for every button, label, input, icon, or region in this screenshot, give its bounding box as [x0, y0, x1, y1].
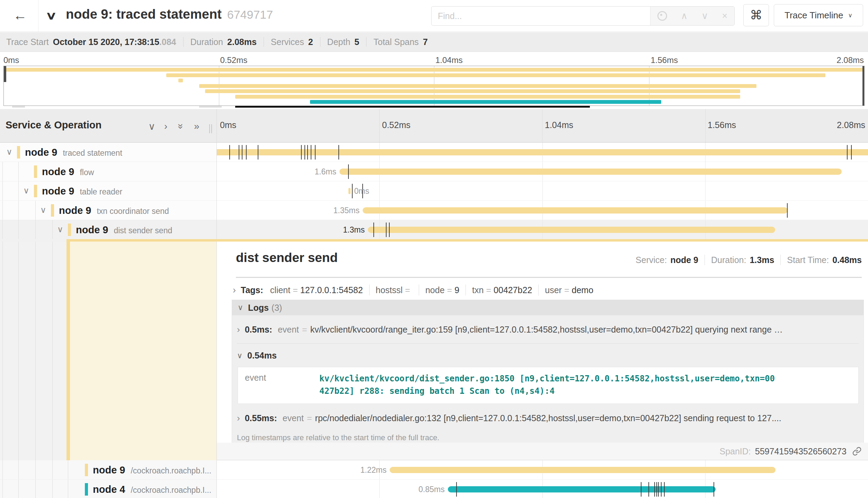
service-name: node 9	[93, 464, 125, 475]
find-input[interactable]	[432, 7, 650, 25]
log-message: kv/kvclient/kvcoord/range_iter.go:159 [n…	[310, 325, 783, 335]
span-duration-bar[interactable]	[216, 149, 868, 155]
span-row-timeline-cell[interactable]: 1.6ms	[216, 162, 868, 181]
span-row-name-cell[interactable]: node 9/cockroach.roachpb.I...	[0, 460, 216, 480]
operation-name: /cockroach.roachpb.I...	[131, 485, 211, 494]
expand-all-icon[interactable]: »	[194, 121, 200, 132]
grid-line	[542, 109, 542, 142]
service-meta-value: node 9	[670, 255, 698, 265]
minimap-left-scrubber[interactable]	[4, 66, 6, 82]
expand-one-icon[interactable]: ›	[164, 121, 167, 132]
span-row-name-cell[interactable]: ∨node 9table reader	[0, 181, 216, 201]
span-row-timeline-cell[interactable]	[216, 143, 868, 162]
equals-sign: =	[293, 285, 298, 295]
span-id-row: SpanID: 5597415943526560273	[217, 443, 868, 460]
span-row-name-cell[interactable]: ∨node 9traced statement	[0, 143, 216, 162]
indent-guide	[2, 220, 3, 239]
operation-name: txn coordinator send	[97, 206, 169, 215]
summary-divider	[264, 37, 264, 47]
indent-guide	[35, 460, 36, 479]
collapse-all-icon[interactable]: »	[178, 121, 184, 132]
log-marker-tick	[658, 482, 659, 497]
span-row-name-cell[interactable]: ∨node 9txn coordinator send	[0, 201, 216, 220]
trace-start-value: October 15 2020, 17:38:15	[53, 37, 159, 47]
log-entry[interactable]: › 0.5ms: event = kv/kvclient/kvcoord/ran…	[237, 324, 859, 335]
collapse-one-icon[interactable]: ∨	[148, 121, 156, 132]
span-row-name-cell[interactable]: node 9flow	[0, 162, 216, 181]
span-row-timeline-cell[interactable]: 0.85ms	[216, 480, 868, 498]
minimap-scroll-indicator[interactable]	[235, 106, 590, 108]
span-row[interactable]: ∨node 9dist sender send1.3ms	[0, 220, 868, 239]
copy-link-icon[interactable]	[852, 446, 862, 456]
service-operation-column-title: Service & Operation	[6, 119, 101, 131]
log-timestamp: 0.54ms	[247, 351, 277, 361]
span-row-label: node 9flow	[42, 166, 94, 177]
span-row-timeline-cell[interactable]: 1.22ms	[216, 460, 868, 480]
detail-strip-gap	[0, 239, 67, 242]
log-entry[interactable]: › 0.55ms: event = rpc/nodedialer/nodedia…	[237, 413, 859, 424]
operation-name: table reader	[80, 187, 122, 196]
span-row[interactable]: node 4/cockroach.roachpb.I...0.85ms	[0, 480, 868, 498]
log-timestamp: 0.5ms:	[245, 325, 272, 335]
span-duration-label: 1.3ms	[343, 225, 365, 234]
span-row[interactable]: ∨node 9traced statement	[0, 143, 868, 162]
tag-key: hostssl	[376, 285, 403, 295]
span-row-name-cell[interactable]: ∨node 9dist sender send	[0, 220, 216, 239]
services-value: 2	[308, 37, 313, 47]
span-row[interactable]: ∨node 9table reader0ms	[0, 181, 868, 201]
trace-title: node 9: traced statement	[66, 7, 222, 21]
service-color-bar	[34, 185, 37, 197]
back-arrow-icon[interactable]: ←	[10, 6, 30, 25]
indent-guide	[18, 460, 19, 479]
column-resize-handle[interactable]	[209, 124, 213, 135]
keyboard-shortcuts-button[interactable]: ⌘	[743, 4, 769, 26]
find-prev-icon[interactable]: ∧	[681, 10, 688, 21]
span-duration-bar[interactable]	[448, 486, 716, 492]
view-selector-button[interactable]: Trace Timeline ∨	[774, 4, 863, 26]
span-duration-bar[interactable]	[348, 188, 351, 194]
top-bar: ← ∨ node 9: traced statement6749717 ∧ ∨ …	[0, 0, 868, 32]
span-duration-bar[interactable]	[339, 169, 842, 175]
log-marker-tick	[664, 482, 665, 497]
chevron-down-icon: ∨	[238, 303, 243, 312]
span-row-timeline-cell[interactable]: 0ms	[216, 181, 868, 201]
minimap-handle-foot	[199, 106, 222, 108]
span-row-timeline-cell[interactable]: 1.35ms	[216, 201, 868, 220]
span-duration-bar[interactable]	[390, 467, 776, 473]
trace-viewer: ← ∨ node 9: traced statement6749717 ∧ ∨ …	[0, 0, 868, 498]
timeline-tick-0: 0ms	[220, 120, 236, 130]
expand-collapse-chevron-icon[interactable]: ∨	[57, 225, 63, 234]
minimap-canvas[interactable]	[3, 66, 865, 106]
span-row[interactable]: node 9/cockroach.roachpb.I...1.22ms	[0, 460, 868, 480]
locate-icon[interactable]	[657, 11, 667, 21]
find-next-icon[interactable]: ∨	[701, 10, 708, 21]
expand-collapse-chevron-icon[interactable]: ∨	[23, 186, 29, 196]
span-duration-bar[interactable]	[363, 207, 788, 214]
log-entry-expanded-header[interactable]: ∨ 0.54ms	[237, 351, 859, 361]
span-duration-bar[interactable]	[368, 227, 775, 233]
indent-guide	[35, 201, 36, 220]
expand-collapse-chevron-icon[interactable]: ∨	[40, 205, 46, 215]
log-marker-tick	[307, 145, 308, 160]
span-row[interactable]: ∨node 9txn coordinator send1.35ms	[0, 201, 868, 220]
log-marker-tick	[456, 482, 457, 497]
minimap-span-bar	[310, 100, 661, 104]
log-marker-tick	[386, 223, 387, 237]
service-color-bar	[85, 483, 88, 496]
log-field-key: event	[238, 373, 319, 397]
selected-span-tint	[70, 242, 216, 460]
span-row[interactable]: node 9flow1.6ms	[0, 162, 868, 181]
log-marker-tick	[348, 164, 349, 179]
minimap-span-bar	[166, 73, 825, 77]
tag-divider	[466, 284, 466, 296]
tags-row[interactable]: › Tags: client=127.0.0.1:54582 hostssl= …	[233, 284, 593, 296]
find-close-icon[interactable]: ×	[722, 11, 727, 21]
minimap-right-scrubber[interactable]	[862, 66, 864, 106]
log-marker-tick	[242, 145, 242, 160]
collapse-trace-chevron-icon[interactable]: ∨	[45, 9, 57, 22]
tag-value: 9	[454, 285, 459, 295]
expand-collapse-chevron-icon[interactable]: ∨	[6, 147, 12, 157]
span-row-timeline-cell[interactable]: 1.3ms	[216, 220, 868, 239]
logs-header[interactable]: ∨ Logs (3)	[232, 300, 863, 315]
span-row-name-cell[interactable]: node 4/cockroach.roachpb.I...	[0, 480, 216, 498]
